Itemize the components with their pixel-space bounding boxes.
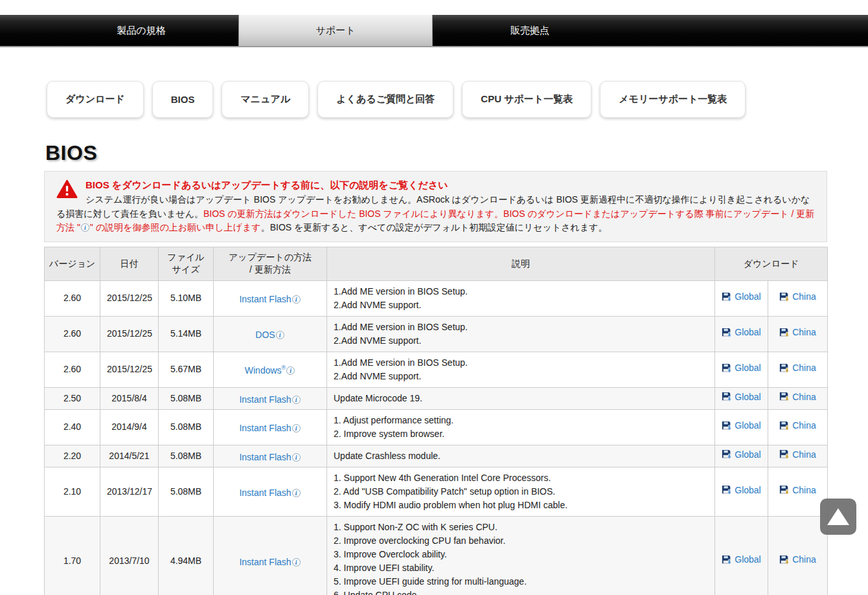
- tab-support[interactable]: サポート: [238, 15, 433, 46]
- china-download-cell: China: [768, 352, 828, 387]
- description-cell: 1.Add ME version in BIOS Setup. 2.Add NV…: [327, 352, 715, 387]
- global-link-label: Global: [735, 326, 760, 339]
- download-global-link[interactable]: Global: [722, 326, 760, 339]
- download-global-link[interactable]: Global: [722, 390, 760, 404]
- download-disk-icon: [722, 392, 732, 402]
- tab-where-to-buy[interactable]: 販売拠点: [433, 15, 627, 46]
- update-method-link[interactable]: Instant Flash: [239, 488, 291, 498]
- download-global-link[interactable]: Global: [722, 553, 760, 567]
- version-cell: 2.60: [45, 352, 100, 387]
- info-icon[interactable]: i: [292, 489, 301, 497]
- method-cell: Instant Flashi: [214, 387, 327, 409]
- method-cell: Instant Flashi: [214, 445, 327, 467]
- info-icon[interactable]: i: [292, 396, 301, 404]
- bios-section-button[interactable]: BIOS: [152, 81, 214, 118]
- update-method-link[interactable]: Instant Flash: [239, 557, 291, 567]
- date-cell: 2015/12/25: [100, 316, 159, 352]
- china-download-cell: China: [768, 280, 828, 316]
- update-method-link[interactable]: DOS: [255, 330, 275, 340]
- warning-triangle-icon: [56, 179, 78, 203]
- update-method-link[interactable]: Instant Flash: [239, 294, 291, 304]
- header-description: 説明: [327, 247, 715, 280]
- top-navigation: 製品の規格 サポート 販売拠点: [0, 15, 868, 47]
- header-update-method: アップデートの方法 / 更新方法: [214, 247, 327, 280]
- tab-product-specs[interactable]: 製品の規格: [44, 15, 238, 46]
- version-cell: 2.10: [45, 467, 100, 516]
- description-cell: Update Crashless module.: [327, 445, 715, 467]
- version-cell: 1.70: [45, 516, 100, 595]
- update-method-link[interactable]: Instant Flash: [239, 394, 291, 405]
- size-cell: 4.94MB: [159, 516, 214, 595]
- download-china-link[interactable]: China: [779, 553, 816, 567]
- china-download-cell: China: [768, 516, 828, 595]
- download-global-link[interactable]: Global: [722, 484, 760, 497]
- global-link-label: Global: [735, 553, 760, 567]
- info-icon[interactable]: i: [292, 453, 301, 462]
- description-cell: 1.Add ME version in BIOS Setup. 2.Add NV…: [327, 316, 715, 352]
- china-download-cell: China: [768, 445, 828, 467]
- info-icon[interactable]: i: [276, 331, 284, 339]
- size-cell: 5.10MB: [159, 280, 214, 316]
- version-cell: 2.40: [45, 409, 100, 445]
- download-disk-icon: [722, 555, 732, 565]
- up-arrow-icon: [827, 508, 849, 525]
- date-cell: 2013/12/17: [100, 467, 159, 516]
- size-cell: 5.08MB: [159, 387, 214, 409]
- info-icon[interactable]: i: [292, 295, 301, 304]
- china-link-label: China: [792, 419, 816, 432]
- warning-text-black-2: 。BIOS を更新すると、すべての設定がデフォルト初期設定値にリセットされます。: [261, 222, 608, 232]
- scroll-to-top-button[interactable]: [820, 499, 856, 535]
- download-global-link[interactable]: Global: [722, 290, 760, 304]
- download-global-link[interactable]: Global: [722, 419, 760, 432]
- download-china-link[interactable]: China: [779, 484, 816, 497]
- global-download-cell: Global: [715, 445, 768, 467]
- download-china-link[interactable]: China: [779, 290, 816, 304]
- version-cell: 2.60: [45, 316, 100, 352]
- description-cell: 1. Adjust performance setting. 2. Improv…: [327, 409, 715, 445]
- download-global-link[interactable]: Global: [722, 448, 760, 462]
- global-download-cell: Global: [715, 316, 768, 352]
- date-cell: 2014/5/21: [100, 445, 159, 467]
- china-link-label: China: [792, 290, 816, 304]
- table-header-row: バージョン 日付 ファイル サイズ アップデートの方法 / 更新方法 説明 ダウ…: [45, 247, 828, 280]
- download-china-link[interactable]: China: [779, 326, 816, 339]
- size-cell: 5.14MB: [159, 316, 214, 352]
- bios-table: バージョン 日付 ファイル サイズ アップデートの方法 / 更新方法 説明 ダウ…: [44, 247, 828, 595]
- nav-spacer: [0, 15, 44, 46]
- date-cell: 2015/8/4: [100, 387, 159, 409]
- main-content: ダウンロード BIOS マニュアル よくあるご質問と回答 CPU サポート一覧表…: [44, 47, 827, 595]
- description-cell: 1.Add ME version in BIOS Setup. 2.Add NV…: [327, 280, 715, 316]
- date-cell: 2015/12/25: [100, 280, 159, 316]
- method-cell: Windows®i: [214, 352, 327, 387]
- date-cell: 2014/9/4: [100, 409, 159, 445]
- table-row: 2.60 2015/12/25 5.67MB Windows®i 1.Add M…: [45, 352, 828, 387]
- download-disk-icon: [779, 449, 790, 460]
- download-china-link[interactable]: China: [779, 419, 816, 432]
- download-china-link[interactable]: China: [779, 448, 816, 462]
- size-cell: 5.67MB: [159, 352, 214, 387]
- update-method-link[interactable]: Windows®: [245, 365, 286, 376]
- global-link-label: Global: [735, 390, 760, 404]
- download-china-link[interactable]: China: [779, 390, 816, 404]
- header-file-size: ファイル サイズ: [159, 247, 214, 280]
- info-icon[interactable]: i: [292, 558, 301, 567]
- info-icon[interactable]: i: [81, 223, 89, 232]
- cpu-support-list-button[interactable]: CPU サポート一覧表: [462, 81, 591, 118]
- update-method-link[interactable]: Instant Flash: [239, 423, 291, 433]
- version-cell: 2.60: [45, 280, 100, 316]
- warning-text-red-2: " の説明を御参照の上お願い申し上げます: [90, 222, 261, 232]
- manual-section-button[interactable]: マニュアル: [222, 81, 309, 118]
- china-link-label: China: [792, 448, 816, 462]
- update-method-link[interactable]: Instant Flash: [239, 452, 291, 462]
- info-icon[interactable]: i: [286, 366, 295, 375]
- memory-support-list-button[interactable]: メモリーサポート一覧表: [600, 81, 746, 118]
- warning-body: システム運行が良い場合はアップデート BIOS アップデートをお勧めしません。A…: [56, 193, 818, 235]
- download-global-link[interactable]: Global: [722, 361, 760, 375]
- china-link-label: China: [792, 361, 816, 375]
- info-icon[interactable]: i: [292, 424, 301, 432]
- support-button-row: ダウンロード BIOS マニュアル よくあるご質問と回答 CPU サポート一覧表…: [44, 81, 827, 118]
- version-cell: 2.50: [45, 387, 100, 409]
- faq-section-button[interactable]: よくあるご質問と回答: [317, 81, 453, 118]
- download-china-link[interactable]: China: [779, 361, 816, 375]
- download-section-button[interactable]: ダウンロード: [47, 81, 144, 118]
